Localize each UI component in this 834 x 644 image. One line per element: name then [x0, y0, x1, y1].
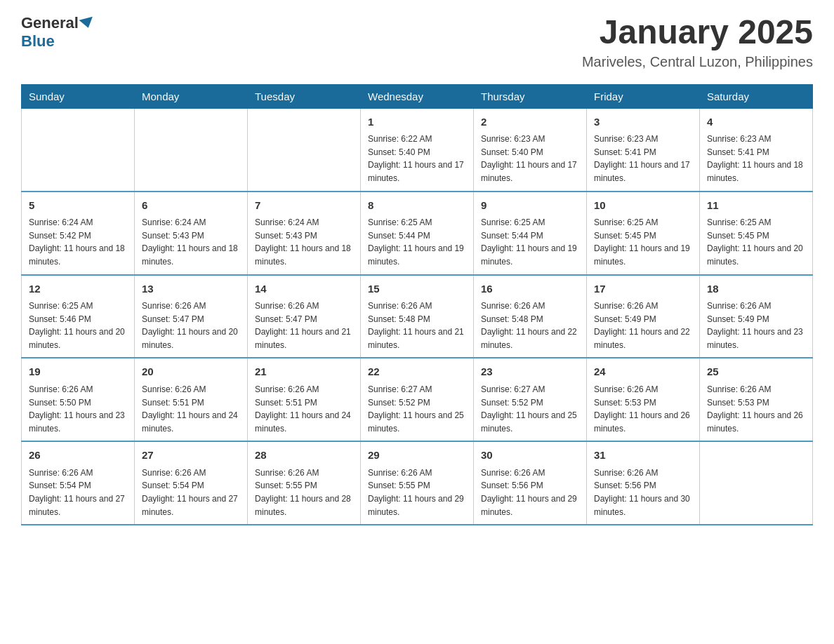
day-info: Sunrise: 6:26 AMSunset: 5:47 PMDaylight:… — [255, 300, 353, 351]
calendar-day-cell: 27Sunrise: 6:26 AMSunset: 5:54 PMDayligh… — [135, 441, 248, 525]
day-of-week-header: Monday — [135, 84, 248, 108]
location-text: Mariveles, Central Luzon, Philippines — [582, 54, 813, 70]
day-number: 15 — [368, 281, 466, 297]
day-info: Sunrise: 6:26 AMSunset: 5:49 PMDaylight:… — [707, 300, 805, 351]
day-number: 25 — [707, 364, 805, 380]
day-number: 26 — [29, 448, 127, 464]
day-number: 18 — [707, 281, 805, 297]
calendar-day-cell: 24Sunrise: 6:26 AMSunset: 5:53 PMDayligh… — [587, 358, 700, 441]
day-number: 1 — [368, 114, 466, 130]
day-number: 2 — [481, 114, 579, 130]
calendar-day-cell — [22, 108, 135, 191]
day-info: Sunrise: 6:26 AMSunset: 5:51 PMDaylight:… — [142, 383, 240, 435]
day-number: 16 — [481, 281, 579, 297]
calendar-week-row: 5Sunrise: 6:24 AMSunset: 5:42 PMDaylight… — [22, 192, 813, 275]
day-number: 9 — [481, 198, 579, 214]
day-number: 24 — [594, 364, 692, 380]
logo-arrow-icon — [79, 17, 95, 30]
day-number: 21 — [255, 364, 353, 380]
calendar-day-cell: 23Sunrise: 6:27 AMSunset: 5:52 PMDayligh… — [474, 358, 587, 441]
day-number: 3 — [594, 114, 692, 130]
calendar-day-cell: 30Sunrise: 6:26 AMSunset: 5:56 PMDayligh… — [474, 441, 587, 525]
calendar-day-cell: 28Sunrise: 6:26 AMSunset: 5:55 PMDayligh… — [248, 441, 361, 525]
day-number: 4 — [707, 114, 805, 130]
day-info: Sunrise: 6:25 AMSunset: 5:44 PMDaylight:… — [368, 216, 466, 268]
logo-blue-text: Blue — [21, 32, 55, 51]
calendar-day-cell: 31Sunrise: 6:26 AMSunset: 5:56 PMDayligh… — [587, 441, 700, 525]
day-info: Sunrise: 6:25 AMSunset: 5:45 PMDaylight:… — [594, 216, 692, 268]
day-info: Sunrise: 6:23 AMSunset: 5:41 PMDaylight:… — [707, 133, 805, 185]
day-number: 22 — [368, 364, 466, 380]
calendar-day-cell: 13Sunrise: 6:26 AMSunset: 5:47 PMDayligh… — [135, 275, 248, 358]
day-of-week-header: Wednesday — [361, 84, 474, 108]
calendar-day-cell: 2Sunrise: 6:23 AMSunset: 5:40 PMDaylight… — [474, 108, 587, 191]
day-info: Sunrise: 6:26 AMSunset: 5:50 PMDaylight:… — [29, 383, 127, 435]
calendar-day-cell: 25Sunrise: 6:26 AMSunset: 5:53 PMDayligh… — [700, 358, 813, 441]
day-info: Sunrise: 6:26 AMSunset: 5:54 PMDaylight:… — [29, 467, 127, 518]
calendar-day-cell: 11Sunrise: 6:25 AMSunset: 5:45 PMDayligh… — [700, 192, 813, 275]
day-of-week-header: Thursday — [474, 84, 587, 108]
day-info: Sunrise: 6:23 AMSunset: 5:40 PMDaylight:… — [481, 133, 579, 185]
day-number: 14 — [255, 281, 353, 297]
calendar-day-cell: 4Sunrise: 6:23 AMSunset: 5:41 PMDaylight… — [700, 108, 813, 191]
day-info: Sunrise: 6:26 AMSunset: 5:56 PMDaylight:… — [594, 467, 692, 518]
page-header: General Blue January 2025 Mariveles, Cen… — [21, 14, 813, 70]
day-info: Sunrise: 6:24 AMSunset: 5:42 PMDaylight:… — [29, 216, 127, 268]
calendar-day-cell — [700, 441, 813, 525]
calendar-day-cell: 29Sunrise: 6:26 AMSunset: 5:55 PMDayligh… — [361, 441, 474, 525]
calendar-day-cell: 8Sunrise: 6:25 AMSunset: 5:44 PMDaylight… — [361, 192, 474, 275]
calendar-day-cell: 18Sunrise: 6:26 AMSunset: 5:49 PMDayligh… — [700, 275, 813, 358]
calendar-day-cell: 12Sunrise: 6:25 AMSunset: 5:46 PMDayligh… — [22, 275, 135, 358]
calendar-day-cell: 22Sunrise: 6:27 AMSunset: 5:52 PMDayligh… — [361, 358, 474, 441]
day-info: Sunrise: 6:26 AMSunset: 5:53 PMDaylight:… — [594, 383, 692, 435]
calendar-day-cell — [135, 108, 248, 191]
day-info: Sunrise: 6:25 AMSunset: 5:44 PMDaylight:… — [481, 216, 579, 268]
day-info: Sunrise: 6:26 AMSunset: 5:55 PMDaylight:… — [255, 467, 353, 518]
calendar-day-cell: 26Sunrise: 6:26 AMSunset: 5:54 PMDayligh… — [22, 441, 135, 525]
day-number: 5 — [29, 198, 127, 214]
day-number: 30 — [481, 448, 579, 464]
day-info: Sunrise: 6:25 AMSunset: 5:46 PMDaylight:… — [29, 300, 127, 351]
day-info: Sunrise: 6:26 AMSunset: 5:47 PMDaylight:… — [142, 300, 240, 351]
title-area: January 2025 Mariveles, Central Luzon, P… — [582, 14, 813, 70]
day-number: 10 — [594, 198, 692, 214]
day-number: 31 — [594, 448, 692, 464]
day-info: Sunrise: 6:24 AMSunset: 5:43 PMDaylight:… — [142, 216, 240, 268]
calendar-day-cell: 1Sunrise: 6:22 AMSunset: 5:40 PMDaylight… — [361, 108, 474, 191]
day-info: Sunrise: 6:22 AMSunset: 5:40 PMDaylight:… — [368, 133, 466, 185]
calendar-day-cell: 9Sunrise: 6:25 AMSunset: 5:44 PMDaylight… — [474, 192, 587, 275]
day-of-week-header: Sunday — [22, 84, 135, 108]
calendar-day-cell: 15Sunrise: 6:26 AMSunset: 5:48 PMDayligh… — [361, 275, 474, 358]
calendar-day-cell: 5Sunrise: 6:24 AMSunset: 5:42 PMDaylight… — [22, 192, 135, 275]
day-info: Sunrise: 6:24 AMSunset: 5:43 PMDaylight:… — [255, 216, 353, 268]
day-info: Sunrise: 6:26 AMSunset: 5:56 PMDaylight:… — [481, 467, 579, 518]
calendar-week-row: 1Sunrise: 6:22 AMSunset: 5:40 PMDaylight… — [22, 108, 813, 191]
calendar-week-row: 12Sunrise: 6:25 AMSunset: 5:46 PMDayligh… — [22, 275, 813, 358]
calendar-day-cell: 16Sunrise: 6:26 AMSunset: 5:48 PMDayligh… — [474, 275, 587, 358]
day-info: Sunrise: 6:25 AMSunset: 5:45 PMDaylight:… — [707, 216, 805, 268]
month-title: January 2025 — [582, 14, 813, 51]
calendar-day-cell: 21Sunrise: 6:26 AMSunset: 5:51 PMDayligh… — [248, 358, 361, 441]
calendar-day-cell: 6Sunrise: 6:24 AMSunset: 5:43 PMDaylight… — [135, 192, 248, 275]
day-of-week-header: Tuesday — [248, 84, 361, 108]
day-info: Sunrise: 6:23 AMSunset: 5:41 PMDaylight:… — [594, 133, 692, 185]
calendar-day-cell — [248, 108, 361, 191]
day-info: Sunrise: 6:26 AMSunset: 5:51 PMDaylight:… — [255, 383, 353, 435]
calendar-week-row: 19Sunrise: 6:26 AMSunset: 5:50 PMDayligh… — [22, 358, 813, 441]
calendar-header-row: SundayMondayTuesdayWednesdayThursdayFrid… — [22, 84, 813, 108]
calendar-week-row: 26Sunrise: 6:26 AMSunset: 5:54 PMDayligh… — [22, 441, 813, 525]
day-number: 17 — [594, 281, 692, 297]
calendar-day-cell: 7Sunrise: 6:24 AMSunset: 5:43 PMDaylight… — [248, 192, 361, 275]
day-number: 29 — [368, 448, 466, 464]
day-number: 28 — [255, 448, 353, 464]
day-number: 7 — [255, 198, 353, 214]
day-info: Sunrise: 6:26 AMSunset: 5:55 PMDaylight:… — [368, 467, 466, 518]
calendar-day-cell: 20Sunrise: 6:26 AMSunset: 5:51 PMDayligh… — [135, 358, 248, 441]
day-info: Sunrise: 6:27 AMSunset: 5:52 PMDaylight:… — [368, 383, 466, 435]
calendar-table: SundayMondayTuesdayWednesdayThursdayFrid… — [21, 84, 813, 525]
day-number: 11 — [707, 198, 805, 214]
day-number: 27 — [142, 448, 240, 464]
logo-general-text: General — [21, 14, 79, 32]
day-of-week-header: Friday — [587, 84, 700, 108]
calendar-day-cell: 3Sunrise: 6:23 AMSunset: 5:41 PMDaylight… — [587, 108, 700, 191]
